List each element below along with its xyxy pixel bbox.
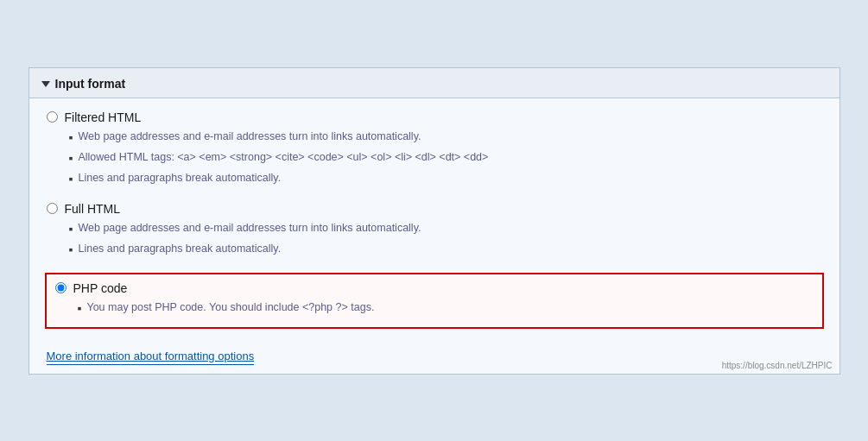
desc-full-html-1: ▪ Web page addresses and e-mail addresse… — [69, 220, 822, 238]
option-filtered-html: Filtered HTML ▪ Web page addresses and e… — [47, 110, 822, 188]
desc-filtered-html-1: ▪ Web page addresses and e-mail addresse… — [69, 129, 822, 147]
desc-full-html-2: ▪ Lines and paragraphs break automatical… — [69, 241, 822, 259]
radio-full-html[interactable] — [47, 203, 58, 214]
bullet-icon: ▪ — [69, 149, 73, 167]
bullet-icon: ▪ — [69, 170, 73, 188]
desc-filtered-html-2: ▪ Allowed HTML tags: <a> <em> <strong> <… — [69, 149, 822, 167]
more-info-link[interactable]: More information about formatting option… — [47, 350, 255, 365]
watermark: https://blog.csdn.net/LZHPIC — [722, 361, 833, 370]
label-full-html[interactable]: Full HTML — [65, 202, 121, 216]
section-title: Input format — [55, 77, 126, 91]
label-php-code[interactable]: PHP code — [73, 281, 128, 295]
option-label-php-code[interactable]: PHP code — [55, 281, 814, 295]
bullet-icon: ▪ — [78, 299, 82, 318]
radio-php-code[interactable] — [55, 282, 67, 293]
option-full-html: Full HTML ▪ Web page addresses and e-mai… — [47, 202, 822, 259]
bullet-icon: ▪ — [69, 241, 73, 259]
option-label-full-html[interactable]: Full HTML — [47, 202, 822, 216]
section-header: Input format — [29, 68, 839, 98]
desc-filtered-html-3: ▪ Lines and paragraphs break automatical… — [69, 170, 822, 188]
radio-filtered-html[interactable] — [47, 111, 58, 123]
desc-php-code-1: ▪ You may post PHP code. You should incl… — [78, 299, 814, 318]
input-format-panel: Input format Filtered HTML ▪ Web page ad… — [29, 67, 840, 375]
option-label-filtered-html[interactable]: Filtered HTML — [47, 110, 822, 124]
option-php-code: PHP code ▪ You may post PHP code. You sh… — [45, 273, 824, 329]
bullet-icon: ▪ — [69, 220, 73, 238]
collapse-icon[interactable] — [41, 81, 50, 87]
label-filtered-html[interactable]: Filtered HTML — [65, 110, 142, 124]
content-area: Filtered HTML ▪ Web page addresses and e… — [29, 98, 839, 374]
bullet-icon: ▪ — [69, 129, 73, 147]
